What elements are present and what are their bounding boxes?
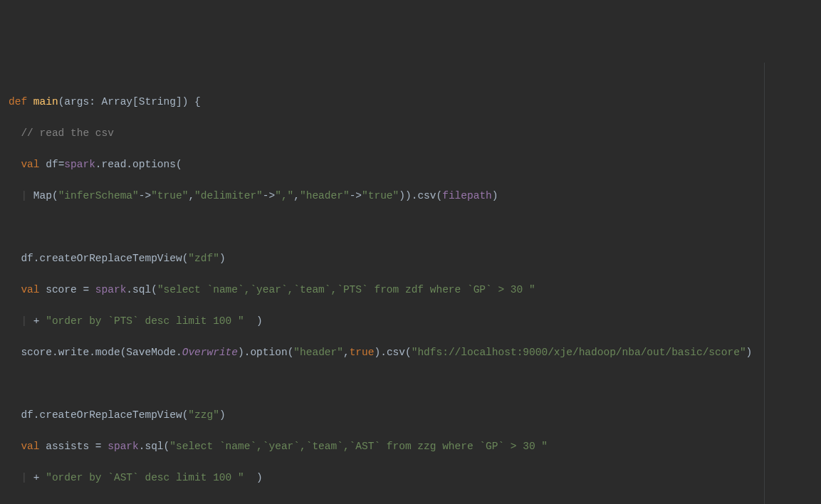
code-line: score.write.mode(SaveMode.Overwrite).opt… [9, 345, 812, 360]
keyword-def: def [9, 96, 27, 107]
code-line: // read the csv [9, 125, 812, 141]
code-line [9, 376, 812, 392]
comment: // read the csv [21, 127, 114, 139]
code-line [9, 219, 812, 235]
right-margin-guide [764, 63, 765, 504]
code-line: df.createOrReplaceTempView("zzg") [9, 407, 812, 423]
code-line: assists.write.mode(SaveMode.Overwrite).o… [9, 501, 812, 504]
code-line: | + "order by `AST` desc limit 100 " ) [9, 470, 812, 485]
code-line: def main(args: Array[String]) { [9, 94, 812, 110]
code-line: val df=spark.read.options( [9, 157, 812, 172]
code-line: | Map("inferSchema"->"true","delimiter"-… [9, 188, 812, 204]
function-name: main [33, 96, 58, 107]
code-editor[interactable]: def main(args: Array[String]) { // read … [0, 63, 821, 504]
code-line: | + "order by `PTS` desc limit 100 " ) [9, 313, 812, 329]
code-line: val score = spark.sql("select `name`,`ye… [9, 282, 812, 298]
code-line: val assists = spark.sql("select `name`,`… [9, 439, 812, 454]
code-line: df.createOrReplaceTempView("zdf") [9, 251, 812, 266]
